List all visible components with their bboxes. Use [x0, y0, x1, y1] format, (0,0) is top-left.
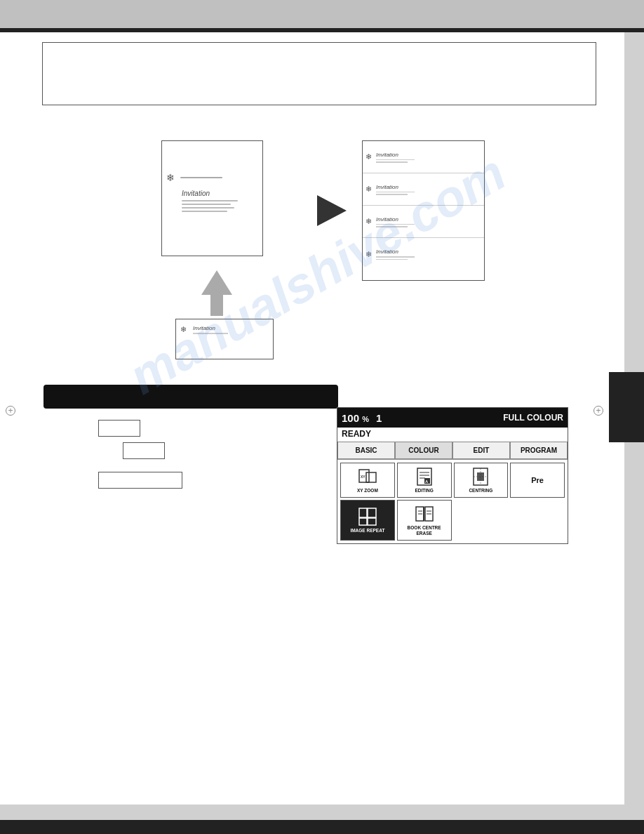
image-repeat-label: IMAGE REPEAT [350, 528, 384, 534]
svg-rect-1 [366, 472, 376, 482]
step-box-2 [123, 442, 165, 459]
book-centre-erase-button[interactable]: BOOK CENTRE ERASE [397, 500, 452, 541]
xy-zoom-button[interactable]: XY XY ZOOM [340, 463, 395, 498]
bottom-bar [0, 820, 644, 834]
snowflake-icon-r2: ❄ [365, 185, 372, 194]
reg-mark-left [6, 406, 15, 416]
inv-line-1 [180, 177, 222, 178]
result-label-1: Invitation [376, 152, 481, 158]
small-line [193, 333, 228, 334]
result-inv-item-3: ❄ Invitation [363, 206, 484, 238]
editing-label: EDITING [415, 488, 433, 494]
pre-button[interactable]: Pre [510, 463, 565, 498]
svg-text:XY: XY [361, 475, 365, 479]
tab-program[interactable]: PROGRAM [510, 442, 568, 459]
arrow-up-icon [201, 270, 232, 316]
result-inv-item-4: ❄ Invitation [363, 238, 484, 270]
image-repeat-icon [358, 507, 377, 527]
centring-button[interactable]: CENTRING [454, 463, 509, 498]
step-banner [43, 385, 338, 409]
svg-text:A: A [425, 479, 429, 484]
r1-line2 [376, 161, 408, 163]
snowflake-icon-small: ❄ [180, 325, 187, 334]
centring-icon [471, 467, 490, 486]
lcd-tab-row: BASIC COLOUR EDIT PROGRAM [337, 442, 568, 460]
src-line-3 [182, 207, 234, 208]
r2-line [376, 192, 415, 193]
r1-line [376, 159, 415, 161]
result-label-3: Invitation [376, 216, 481, 223]
lcd-button-grid: XY XY ZOOM A EDITING CENTRIN [337, 460, 568, 543]
tab-basic[interactable]: BASIC [337, 442, 395, 459]
step-box-3 [98, 472, 182, 489]
image-repeat-button[interactable]: IMAGE REPEAT [340, 500, 395, 541]
snowflake-icon-r3: ❄ [365, 217, 372, 226]
instruction-text-box [42, 42, 596, 105]
book-centre-erase-label: BOOK CENTRE ERASE [399, 525, 450, 536]
lcd-panel: 100 % 1 FULL COLOUR READY BASIC COLOUR E… [337, 407, 568, 544]
tab-colour[interactable]: COLOUR [395, 442, 452, 459]
small-source-document: ❄ Invitation [175, 319, 274, 359]
snowflake-icon-source: ❄ [166, 172, 175, 183]
source-invitation-item: ❄ [162, 169, 262, 186]
lcd-zoom-value: 100 % [342, 412, 369, 424]
lcd-copies-value: 1 [376, 412, 382, 424]
lcd-status-bar: 100 % 1 FULL COLOUR [337, 408, 568, 428]
r4-line [376, 256, 415, 258]
snowflake-icon-r1: ❄ [365, 152, 372, 161]
src-line-1 [182, 200, 238, 201]
editing-icon: A [415, 467, 434, 486]
arrow-up-triangle [201, 270, 232, 295]
src-line-4 [182, 211, 227, 212]
lcd-colour-mode: FULL COLOUR [503, 413, 563, 423]
svg-rect-14 [368, 508, 376, 517]
r3-line [376, 224, 415, 225]
result-label-2: Invitation [376, 184, 481, 190]
src-line-2 [182, 204, 231, 205]
book-centre-erase-icon [415, 504, 434, 524]
small-inv-item: ❄ Invitation [176, 322, 273, 337]
source-invitation-lines [179, 177, 258, 178]
result-inv-item-2: ❄ Invitation [363, 173, 484, 206]
svg-rect-16 [368, 518, 376, 525]
source-invitation-label: Invitation [182, 190, 210, 197]
tab-edit[interactable]: EDIT [452, 442, 510, 459]
r3-line2 [376, 226, 408, 227]
xy-zoom-icon: XY [358, 467, 377, 486]
arrow-right-icon [317, 195, 347, 226]
side-tab [609, 372, 644, 442]
xy-zoom-label: XY ZOOM [357, 488, 378, 494]
result-label-4: Invitation [376, 249, 481, 255]
svg-rect-15 [359, 518, 367, 525]
svg-rect-13 [359, 508, 367, 517]
lcd-ready-status: READY [337, 428, 568, 442]
result-document: ❄ Invitation ❄ Invitation ❄ Invitation ❄… [362, 140, 485, 281]
arrow-up-shaft [210, 295, 223, 316]
source-document: ❄ Invitation [161, 140, 263, 256]
r4-line2 [376, 259, 408, 260]
editing-button[interactable]: A EDITING [397, 463, 452, 498]
centring-label: CENTRING [469, 488, 492, 494]
step-box-1 [98, 420, 140, 437]
result-inv-item-1: ❄ Invitation [363, 141, 484, 173]
r2-line2 [376, 194, 408, 195]
top-bar [0, 0, 644, 28]
snowflake-icon-r4: ❄ [365, 250, 372, 259]
reg-mark-right [593, 406, 603, 416]
small-inv-label: Invitation [193, 325, 228, 331]
